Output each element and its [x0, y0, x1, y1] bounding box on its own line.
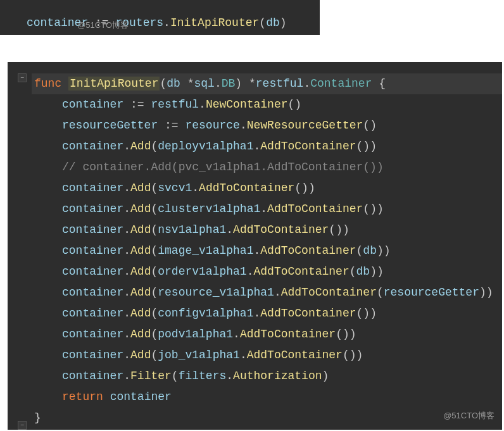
dot: .	[253, 140, 260, 153]
type: Container	[310, 77, 372, 90]
param: db	[356, 265, 370, 278]
keyword: return	[62, 390, 103, 403]
identifier: restful	[151, 98, 199, 111]
dot: .	[123, 265, 130, 278]
code-line: container.Filter(filters.Authorization)	[8, 366, 502, 387]
param: resourceGetter	[384, 286, 479, 299]
dot: .	[123, 370, 130, 382]
variable: container	[62, 286, 123, 299]
function-name: InitApiRouter	[68, 77, 160, 91]
paren: ())	[356, 307, 377, 320]
dot: .	[199, 98, 206, 111]
keyword: func	[34, 77, 61, 90]
watermark: @51CTO博客	[443, 409, 495, 422]
variable: container	[62, 307, 123, 320]
dot: .	[215, 77, 222, 90]
operator: :=	[130, 98, 144, 111]
variable: container	[62, 223, 123, 236]
method: Add	[130, 223, 151, 236]
pkg: svcv1	[158, 182, 192, 194]
paren: (	[377, 286, 384, 299]
code-line: container.Add(resource_v1alpha1.AddToCon…	[8, 282, 502, 303]
variable: container	[62, 182, 123, 194]
paren: ))	[479, 286, 493, 299]
dot: .	[123, 349, 130, 361]
code-line: container.Add(job_v1alpha1.AddToContaine…	[8, 345, 502, 366]
type: DB	[222, 77, 236, 90]
method: Add	[130, 349, 151, 361]
fold-icon[interactable]: −	[18, 73, 27, 82]
code-line: func InitApiRouter(db *sql.DB) *restful.…	[8, 73, 502, 94]
code-snippet-2: − − func InitApiRouter(db *sql.DB) *rest…	[8, 62, 502, 430]
pkg: orderv1alpha1	[158, 265, 246, 278]
paren: (	[151, 223, 158, 236]
pkg: restful	[256, 77, 304, 90]
dot: .	[163, 16, 170, 29]
method: AddToContainer	[254, 265, 350, 278]
paren: (	[151, 328, 158, 340]
pkg: nsv1alpha1	[158, 223, 226, 236]
paren: ))	[370, 265, 384, 278]
paren: )	[235, 77, 242, 90]
method: AddToContainer	[247, 349, 343, 361]
dot: .	[240, 119, 247, 132]
code-line: container := restful.NewContainer()	[8, 94, 502, 115]
method: AddToContainer	[240, 328, 336, 340]
paren: ())	[336, 328, 356, 340]
code-line: container.Add(nsv1alpha1.AddToContainer(…	[8, 220, 502, 240]
method: Add	[130, 307, 151, 320]
method: AddToContainer	[233, 223, 329, 236]
pkg: job_v1alpha1	[158, 349, 240, 361]
dot: .	[123, 223, 130, 236]
method: AddToContainer	[199, 182, 294, 194]
code-line: container.Add(svcv1.AddToContainer())	[8, 178, 502, 199]
paren: (	[151, 307, 158, 320]
fold-icon[interactable]: −	[18, 421, 27, 430]
paren: (	[160, 77, 167, 90]
paren: (	[350, 265, 356, 278]
method: InitApiRouter	[170, 16, 259, 29]
variable: container	[62, 203, 123, 215]
variable: resourceGetter	[62, 119, 158, 132]
dot: .	[123, 328, 130, 340]
code-line: container := routers.InitApiRouter(db)	[0, 13, 320, 34]
variable: container	[62, 349, 123, 361]
dot: .	[253, 244, 260, 257]
param: db	[167, 77, 180, 90]
pkg: sql	[194, 77, 215, 90]
curly: {	[379, 77, 386, 90]
dot: .	[226, 370, 233, 382]
dot: .	[123, 182, 130, 194]
paren: (	[356, 244, 363, 257]
method: Add	[130, 203, 151, 215]
pkg: image_v1alpha1	[158, 244, 253, 257]
method: AddToContainer	[260, 307, 356, 320]
method: Filter	[130, 370, 172, 382]
dot: .	[192, 182, 199, 194]
code-line: container.Add(configv1alpha1.AddToContai…	[8, 303, 502, 324]
variable: container	[62, 265, 123, 278]
param: db	[363, 244, 377, 257]
paren: ())	[329, 223, 349, 236]
dot: .	[123, 140, 130, 153]
code-line: container.Add(clusterv1alpha1.AddToConta…	[8, 199, 502, 220]
method: NewContainer	[206, 98, 288, 111]
dot: .	[303, 77, 310, 90]
variable: container	[62, 140, 123, 153]
dot: .	[240, 349, 247, 361]
star: *	[187, 77, 194, 90]
paren: (	[259, 16, 266, 29]
code-line: container.Add(podv1alpha1.AddToContainer…	[8, 324, 502, 345]
paren: ())	[356, 140, 377, 153]
paren: ))	[377, 244, 391, 257]
code-line: resourceGetter := resource.NewResourceGe…	[8, 115, 502, 136]
paren: (	[151, 140, 158, 153]
dot: .	[260, 203, 267, 215]
code-line: container.Add(deployv1alpha1.AddToContai…	[8, 136, 502, 157]
method: Add	[130, 265, 151, 278]
editor-gutter: − −	[8, 62, 32, 430]
star: *	[249, 77, 256, 90]
pkg: podv1alpha1	[158, 328, 233, 340]
method: AddToContainer	[267, 203, 363, 215]
code-line: }	[8, 408, 502, 428]
